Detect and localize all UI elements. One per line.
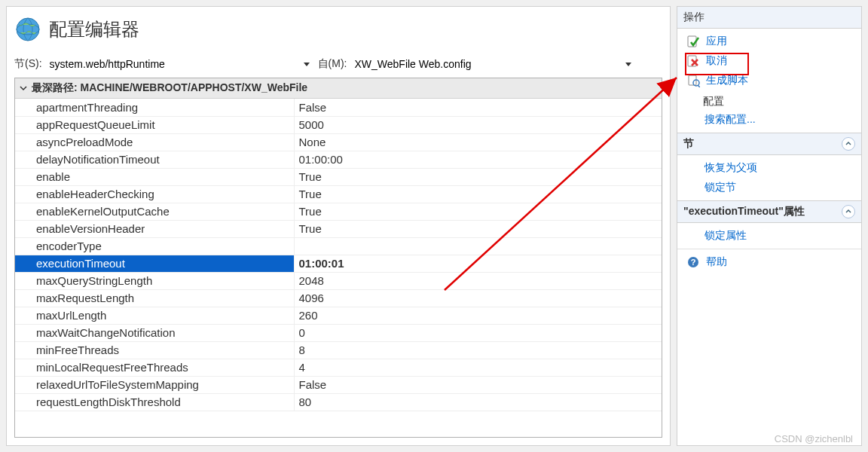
section-group-label: 节 — [683, 137, 694, 151]
property-value[interactable]: 2048 — [294, 272, 662, 289]
apply-action[interactable]: 应用 — [682, 32, 857, 51]
property-row[interactable]: minLocalRequestFreeThreads4 — [15, 359, 662, 376]
section-input[interactable] — [47, 56, 295, 72]
config-heading: 配置 — [682, 90, 857, 110]
actions-header: 操作 — [677, 7, 861, 29]
prop-group-label: "executionTimeout"属性 — [683, 205, 805, 218]
property-name: enable — [15, 168, 294, 185]
properties-table: apartmentThreadingFalseappRequestQueueLi… — [15, 99, 662, 411]
path-bar: 节(S): 自(M): — [7, 56, 670, 78]
property-row[interactable]: apartmentThreadingFalse — [15, 99, 662, 116]
property-name: relaxedUrlToFileSystemMapping — [15, 376, 294, 393]
search-config-action[interactable]: 搜索配置... — [682, 110, 857, 130]
property-value[interactable]: False — [294, 376, 662, 393]
property-name: minLocalRequestFreeThreads — [15, 359, 294, 376]
property-row[interactable]: encoderType — [15, 237, 662, 255]
page-title: 配置编辑器 — [49, 17, 139, 41]
property-name: asyncPreloadMode — [15, 133, 294, 151]
property-row[interactable]: maxRequestLength4096 — [15, 289, 662, 307]
property-name: appRequestQueueLimit — [15, 116, 294, 133]
property-row[interactable]: maxWaitChangeNotification0 — [15, 324, 662, 341]
apply-icon — [686, 35, 700, 48]
property-name: executionTimeout — [15, 255, 294, 272]
property-value[interactable]: None — [294, 133, 662, 151]
restore-parent-label: 恢复为父项 — [704, 161, 757, 175]
property-name: encoderType — [15, 237, 294, 255]
actions-panel: 操作 应用 取消 生成脚本 配置 搜索配置... 节 — [677, 6, 862, 446]
cancel-action[interactable]: 取消 — [682, 51, 857, 71]
from-label: 自(M): — [318, 57, 347, 71]
property-row[interactable]: executionTimeout01:00:01 — [15, 255, 662, 272]
lock-section-action[interactable]: 锁定节 — [682, 178, 857, 197]
property-row[interactable]: requestLengthDiskThreshold80 — [15, 393, 662, 411]
property-row[interactable]: relaxedUrlToFileSystemMappingFalse — [15, 376, 662, 393]
property-value[interactable]: False — [294, 99, 662, 116]
property-grid[interactable]: 最深路径: MACHINE/WEBROOT/APPHOST/XW_WebFile… — [14, 78, 662, 438]
property-value[interactable]: 4 — [294, 359, 662, 376]
restore-parent-action[interactable]: 恢复为父项 — [682, 158, 857, 178]
svg-text:?: ? — [691, 258, 696, 267]
gen-script-label: 生成脚本 — [706, 74, 748, 87]
chevron-down-icon — [20, 84, 27, 92]
cancel-icon — [686, 54, 700, 68]
property-value[interactable]: True — [294, 220, 662, 237]
property-name: enableHeaderChecking — [15, 185, 294, 203]
property-value[interactable]: 01:00:01 — [294, 255, 662, 272]
property-name: enableVersionHeader — [15, 220, 294, 237]
property-name: minFreeThreads — [15, 341, 294, 359]
property-row[interactable]: appRequestQueueLimit5000 — [15, 116, 662, 133]
gen-script-action[interactable]: 生成脚本 — [682, 71, 857, 90]
property-row[interactable]: enableKernelOutputCacheTrue — [15, 203, 662, 220]
from-dropdown[interactable] — [622, 57, 635, 71]
property-row[interactable]: asyncPreloadModeNone — [15, 133, 662, 151]
property-value[interactable] — [294, 237, 662, 255]
property-value[interactable]: True — [294, 168, 662, 185]
section-dropdown[interactable] — [300, 57, 313, 71]
section-label: 节(S): — [14, 57, 42, 71]
property-value[interactable]: True — [294, 203, 662, 220]
prop-group-header: "executionTimeout"属性 — [677, 200, 861, 223]
group-header[interactable]: 最深路径: MACHINE/WEBROOT/APPHOST/XW_WebFile — [15, 78, 662, 99]
property-row[interactable]: minFreeThreads8 — [15, 341, 662, 359]
main-panel: 配置编辑器 节(S): 自(M): 最深路径: MACHINE/WEBROOT/… — [6, 6, 671, 446]
help-icon: ? — [686, 255, 700, 269]
property-value[interactable]: 260 — [294, 307, 662, 324]
search-config-label: 搜索配置... — [704, 113, 756, 127]
property-value[interactable]: True — [294, 185, 662, 203]
property-name: maxRequestLength — [15, 289, 294, 307]
collapse-button[interactable] — [842, 137, 855, 151]
lock-section-label: 锁定节 — [704, 181, 736, 194]
cancel-label: 取消 — [706, 54, 727, 68]
property-row[interactable]: enableVersionHeaderTrue — [15, 220, 662, 237]
property-name: maxQueryStringLength — [15, 272, 294, 289]
property-name: enableKernelOutputCache — [15, 203, 294, 220]
property-value[interactable]: 80 — [294, 393, 662, 411]
from-input[interactable] — [351, 56, 617, 72]
script-icon — [686, 74, 700, 87]
help-action[interactable]: ? 帮助 — [682, 252, 857, 272]
help-label: 帮助 — [706, 255, 727, 269]
property-value[interactable]: 8 — [294, 341, 662, 359]
property-row[interactable]: maxQueryStringLength2048 — [15, 272, 662, 289]
lock-prop-action[interactable]: 锁定属性 — [682, 226, 857, 246]
property-value[interactable]: 4096 — [294, 289, 662, 307]
property-row[interactable]: enableHeaderCheckingTrue — [15, 185, 662, 203]
property-row[interactable]: delayNotificationTimeout01:00:00 — [15, 151, 662, 168]
page-header: 配置编辑器 — [7, 7, 670, 56]
property-name: maxWaitChangeNotification — [15, 324, 294, 341]
apply-label: 应用 — [706, 35, 727, 48]
globe-icon — [14, 16, 41, 43]
group-label: 最深路径: MACHINE/WEBROOT/APPHOST/XW_WebFile — [32, 81, 307, 95]
property-row[interactable]: maxUrlLength260 — [15, 307, 662, 324]
property-row[interactable]: enableTrue — [15, 168, 662, 185]
svg-point-0 — [17, 18, 39, 41]
property-name: delayNotificationTimeout — [15, 151, 294, 168]
property-value[interactable]: 01:00:00 — [294, 151, 662, 168]
section-group-header: 节 — [677, 133, 861, 155]
property-name: apartmentThreading — [15, 99, 294, 116]
property-name: maxUrlLength — [15, 307, 294, 324]
property-value[interactable]: 5000 — [294, 116, 662, 133]
lock-prop-label: 锁定属性 — [704, 229, 747, 243]
property-value[interactable]: 0 — [294, 324, 662, 341]
collapse-button-2[interactable] — [842, 205, 855, 218]
